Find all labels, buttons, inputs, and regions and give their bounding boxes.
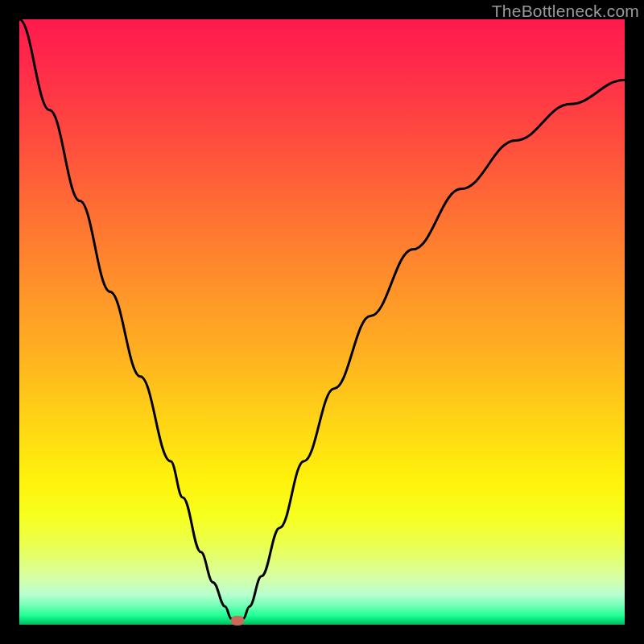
watermark-text: TheBottleneck.com xyxy=(492,2,639,21)
chart-frame xyxy=(19,19,625,625)
optimal-point-marker xyxy=(231,616,244,625)
bottleneck-curve xyxy=(19,19,625,625)
